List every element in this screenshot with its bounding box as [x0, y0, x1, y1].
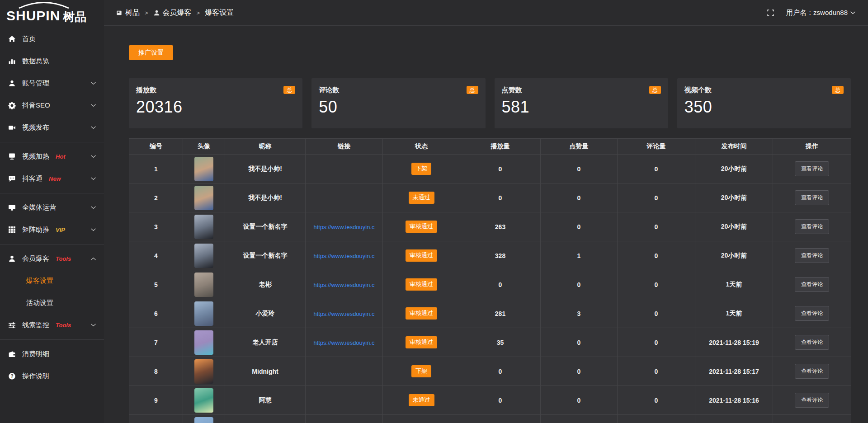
- sidebar-item-member[interactable]: 会员爆客 Tools: [0, 248, 104, 270]
- topbar: 树品 > 会员爆客 > 爆客设置 用户名：zswodun88: [104, 0, 868, 26]
- status-badge[interactable]: 未通过: [409, 394, 434, 406]
- cell-publish-time: 20小时前: [695, 155, 773, 183]
- promo-settings-button[interactable]: 推广设置: [129, 45, 173, 60]
- username-label: 用户名：zswodun88: [786, 9, 848, 17]
- status-badge[interactable]: 审核通过: [406, 278, 437, 290]
- app-window-icon: [116, 9, 123, 16]
- status-badge[interactable]: 下架: [411, 365, 431, 377]
- sidebar-item-monitor[interactable]: 全媒体运营: [0, 197, 104, 219]
- total-badge: 总: [467, 86, 478, 94]
- video-link[interactable]: https://www.iesdouyin.c: [313, 310, 374, 317]
- cell-actions: 查看评论: [773, 241, 851, 270]
- sidebar-item-grid[interactable]: 矩阵助推 VIP: [0, 219, 104, 241]
- sidebar-item-badge: VIP: [56, 226, 65, 233]
- sidebar-item-bar-chart[interactable]: 数据总览: [0, 50, 104, 72]
- video-link[interactable]: https://www.iesdouyin.c: [313, 224, 374, 230]
- video-link[interactable]: https://www.iesdouyin.c: [313, 282, 374, 288]
- sidebar-item-home[interactable]: 首页: [0, 28, 104, 50]
- cell-avatar: [183, 155, 225, 183]
- cell-likes: 0: [541, 357, 618, 386]
- sidebar-item-screen[interactable]: 视频加热 Hot: [0, 146, 104, 168]
- cell-status: 审核通过: [383, 328, 460, 357]
- cell-actions: 查看评论: [773, 212, 851, 241]
- cell-index: 8: [129, 357, 183, 386]
- stat-card-top: 点赞数 总: [502, 86, 661, 94]
- cell-likes: 0: [541, 155, 618, 183]
- sidebar-item-label: 线索监控: [22, 321, 49, 329]
- cell-link: https://www.iesdouyin.c: [306, 328, 383, 357]
- view-comments-button[interactable]: 查看评论: [795, 190, 829, 205]
- chevron-down-icon: [91, 82, 96, 85]
- sidebar-item-chat[interactable]: 抖客通 New: [0, 168, 104, 190]
- view-comments-button[interactable]: 查看评论: [795, 277, 829, 292]
- cell-likes: [541, 415, 618, 423]
- cell-comments: 0: [618, 357, 695, 386]
- cell-publish-time: 20小时前: [695, 241, 773, 270]
- sidebar-subitem-active[interactable]: 爆客设置: [0, 270, 104, 292]
- cell-actions: [773, 415, 851, 423]
- view-comments-button[interactable]: 查看评论: [795, 306, 829, 321]
- sidebar-item-label: 抖音SEO: [22, 101, 50, 110]
- app-logo[interactable]: SHUPIN 树品: [0, 0, 104, 26]
- cell-status: [383, 415, 460, 423]
- sidebar-item-badge: Tools: [56, 322, 71, 329]
- videos-table: 编号头像昵称链接状态播放量点赞量评论量发布时间操作 1 我不是小帅! 下架 0 …: [129, 138, 851, 423]
- total-badge: 总: [649, 86, 661, 94]
- breadcrumb-item[interactable]: 会员爆客: [153, 8, 192, 18]
- view-comments-button[interactable]: 查看评论: [795, 364, 829, 379]
- cell-plays: 0: [460, 357, 541, 386]
- cell-comments: 0: [618, 328, 695, 357]
- user-menu[interactable]: 用户名：zswodun88: [786, 9, 855, 17]
- cell-publish-time: [695, 415, 773, 423]
- breadcrumb-item: 爆客设置: [205, 8, 234, 18]
- video-link[interactable]: https://www.iesdouyin.c: [313, 253, 374, 259]
- view-comments-button[interactable]: 查看评论: [795, 161, 829, 176]
- wallet-icon: [8, 350, 16, 358]
- fullscreen-icon[interactable]: [767, 9, 774, 17]
- cell-comments: 0: [618, 299, 695, 328]
- sidebar-item-badge: New: [49, 175, 61, 182]
- cell-nickname: 设置一个新名字: [225, 241, 306, 270]
- sidebar-item-help[interactable]: ? 操作说明: [0, 365, 104, 387]
- sidebar-item-label: 会员爆客: [22, 254, 49, 263]
- chevron-down-icon: [850, 11, 855, 14]
- view-comments-button[interactable]: 查看评论: [795, 335, 829, 350]
- sidebar-item-badge: Hot: [56, 153, 66, 160]
- status-badge[interactable]: 审核通过: [406, 336, 437, 348]
- sidebar-item-account[interactable]: 账号管理: [0, 72, 104, 94]
- status-badge[interactable]: 审核通过: [406, 221, 437, 232]
- logo-arc-icon: [17, 1, 71, 9]
- sidebar-item-sliders[interactable]: 线索监控 Tools: [0, 314, 104, 336]
- cell-comments: 0: [618, 183, 695, 212]
- menu-divider: [0, 339, 104, 340]
- column-header: 发布时间: [695, 139, 773, 155]
- cell-likes: 0: [541, 212, 618, 241]
- cell-nickname: Midnight: [225, 357, 306, 386]
- sidebar-item-gear[interactable]: 抖音SEO: [0, 94, 104, 117]
- cell-likes: 0: [541, 270, 618, 299]
- status-badge[interactable]: 未通过: [409, 192, 434, 203]
- view-comments-button[interactable]: 查看评论: [795, 219, 829, 234]
- stat-value: 581: [502, 98, 661, 117]
- status-badge[interactable]: 下架: [411, 163, 431, 174]
- svg-text:?: ?: [10, 374, 13, 379]
- breadcrumb-item[interactable]: 树品: [116, 8, 140, 18]
- status-badge[interactable]: 审核通过: [406, 307, 437, 319]
- avatar: [194, 330, 213, 355]
- stat-card-top: 视频个数 总: [684, 86, 844, 94]
- view-comments-button[interactable]: 查看评论: [795, 248, 829, 263]
- status-badge[interactable]: 审核通过: [406, 249, 437, 261]
- cell-avatar: [183, 328, 225, 357]
- stat-label: 视频个数: [684, 86, 712, 94]
- cell-publish-time: 2021-11-28 15:16: [695, 386, 773, 415]
- sidebar-subitem[interactable]: 活动设置: [0, 292, 104, 314]
- screen-icon: [8, 153, 16, 160]
- sidebar-item-video[interactable]: 视频发布: [0, 117, 104, 139]
- sidebar-item-wallet[interactable]: 消费明细: [0, 343, 104, 365]
- view-comments-button[interactable]: 查看评论: [795, 393, 829, 408]
- cell-link: https://www.iesdouyin.c: [306, 270, 383, 299]
- cell-index: 7: [129, 328, 183, 357]
- cell-publish-time: 1天前: [695, 299, 773, 328]
- video-link[interactable]: https://www.iesdouyin.c: [313, 339, 374, 346]
- cell-actions: 查看评论: [773, 357, 851, 386]
